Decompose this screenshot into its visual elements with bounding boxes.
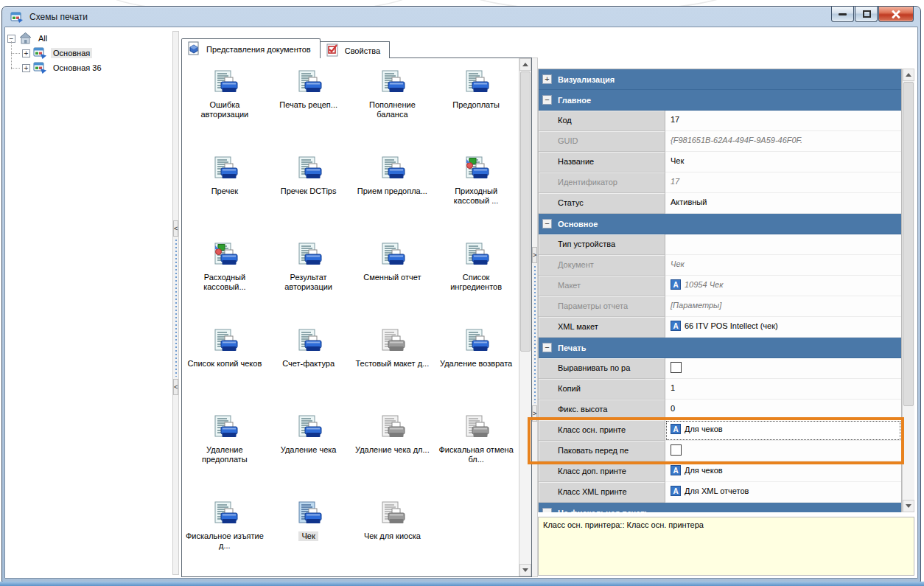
document-item[interactable]: Фискальная отмена бл... bbox=[434, 408, 518, 495]
document-item[interactable]: Расходный кассовый... bbox=[183, 236, 267, 322]
collapse-left-icon[interactable]: < bbox=[173, 379, 178, 395]
section-expander-icon[interactable]: − bbox=[542, 219, 552, 229]
document-item[interactable]: Прием предопла... bbox=[351, 150, 435, 236]
tree-root[interactable]: − All bbox=[7, 31, 171, 46]
property-row[interactable]: Название Чек bbox=[539, 152, 901, 172]
document-item[interactable]: Фискальное изъятие д... bbox=[183, 495, 267, 576]
scheme-tree: − All + Основная + Основная 36 bbox=[7, 31, 171, 573]
property-value[interactable]: A Для чеков bbox=[665, 461, 901, 482]
scroll-down-icon[interactable] bbox=[903, 500, 914, 512]
icon-panel-scrollbar[interactable] bbox=[519, 58, 531, 576]
document-item[interactable]: Приходный кассовый ... bbox=[434, 150, 518, 236]
document-item[interactable]: Чек для киоска bbox=[351, 495, 435, 576]
tree-item-label[interactable]: Основная bbox=[51, 48, 92, 58]
document-item[interactable]: Удаление чека bbox=[267, 408, 351, 495]
property-value[interactable] bbox=[665, 234, 901, 255]
tree-root-label[interactable]: All bbox=[36, 33, 49, 43]
properties-scrollbar[interactable] bbox=[902, 69, 914, 512]
property-value[interactable]: A Для чеков bbox=[665, 420, 901, 441]
section-expander-icon[interactable]: − bbox=[542, 508, 552, 512]
property-value[interactable]: 17 bbox=[665, 172, 901, 193]
titlebar[interactable]: Схемы печати bbox=[4, 7, 918, 27]
left-splitter[interactable]: < < bbox=[172, 31, 179, 575]
tab-document-views[interactable]: Представления документов bbox=[181, 38, 321, 58]
property-section-header[interactable]: − Главное bbox=[539, 90, 901, 111]
tree-item[interactable]: + Основная 36 bbox=[22, 60, 171, 75]
document-item[interactable]: Ошибка авторизации bbox=[183, 63, 267, 150]
document-item[interactable]: Удаление предоплаты bbox=[183, 408, 267, 495]
collapse-left-icon[interactable]: < bbox=[173, 220, 178, 237]
property-value[interactable]: A 66 ITV POS Intellect (чек) bbox=[665, 317, 901, 338]
property-value[interactable]: Чек bbox=[665, 255, 901, 276]
tab-label: Представления документов bbox=[206, 44, 311, 54]
section-expander-icon[interactable]: − bbox=[542, 343, 552, 352]
scrollbar-thumb[interactable] bbox=[903, 82, 914, 406]
property-row[interactable]: Идентификатор 17 bbox=[539, 172, 901, 193]
property-value[interactable]: [Параметры] bbox=[665, 296, 901, 317]
value-checkbox[interactable] bbox=[671, 444, 682, 456]
property-value-text: Чек bbox=[671, 259, 685, 275]
property-row[interactable]: Статус Активный bbox=[539, 193, 901, 214]
property-value[interactable]: A Для XML отчетов bbox=[665, 482, 901, 503]
document-item[interactable]: Результат авторизации bbox=[267, 236, 351, 322]
maximize-button[interactable] bbox=[855, 7, 878, 22]
property-section-header[interactable]: − Не фискальная печать bbox=[539, 503, 901, 512]
minimize-button[interactable] bbox=[831, 7, 854, 22]
document-item[interactable]: Пречек DCTips bbox=[267, 150, 351, 236]
scroll-up-icon[interactable] bbox=[519, 58, 531, 71]
close-button[interactable] bbox=[878, 7, 914, 22]
tree-expander-icon[interactable]: + bbox=[22, 49, 30, 57]
document-item[interactable]: Удаление возврата bbox=[434, 322, 518, 408]
property-value[interactable]: Чек bbox=[665, 152, 901, 172]
section-expander-icon[interactable]: − bbox=[542, 95, 552, 105]
property-value[interactable] bbox=[665, 358, 901, 379]
document-item[interactable]: Удаление чека дл... bbox=[351, 408, 435, 495]
tree-expander-icon[interactable]: + bbox=[22, 64, 30, 72]
scroll-down-icon[interactable] bbox=[519, 564, 531, 576]
document-item[interactable]: Чек bbox=[267, 495, 351, 576]
document-item[interactable]: Предоплаты bbox=[434, 63, 518, 150]
property-row[interactable]: Класс осн. принте A Для чеков bbox=[539, 420, 901, 441]
property-value[interactable]: A 10954 Чек bbox=[665, 276, 901, 296]
document-item[interactable]: Пречек bbox=[183, 150, 267, 236]
property-row[interactable]: Документ Чек bbox=[539, 255, 901, 276]
document-item[interactable]: Печать рецеп... bbox=[267, 63, 351, 150]
property-row[interactable]: Класс XML принте A Для XML отчетов bbox=[539, 482, 901, 503]
property-row[interactable]: Паковать перед пе bbox=[539, 441, 901, 461]
property-name: Фикс. высота bbox=[539, 400, 665, 420]
property-value[interactable]: {F981651B-62A4-494F-9A59-46F0F. bbox=[665, 131, 901, 152]
property-row[interactable]: Фикс. высота 0 bbox=[539, 400, 901, 420]
property-row[interactable]: GUID {F981651B-62A4-494F-9A59-46F0F. bbox=[539, 131, 901, 152]
property-row[interactable]: Тип устройства bbox=[539, 234, 901, 255]
scrollbar-thumb[interactable] bbox=[520, 71, 531, 352]
document-item[interactable]: Список копий чеков bbox=[183, 322, 267, 408]
property-value[interactable]: 17 bbox=[665, 111, 901, 131]
document-item[interactable]: Тестовый макет д... bbox=[351, 322, 435, 408]
property-section-header[interactable]: − Основное bbox=[539, 214, 901, 234]
property-row[interactable]: XML макет A 66 ITV POS Intellect (чек) bbox=[539, 317, 901, 338]
property-value[interactable]: 1 bbox=[665, 379, 901, 400]
document-item[interactable]: Пополнение баланса bbox=[351, 63, 435, 150]
property-row[interactable]: Параметры отчета [Параметры] bbox=[539, 296, 901, 317]
section-expander-icon[interactable]: + bbox=[542, 74, 552, 84]
property-row[interactable]: Копий 1 bbox=[539, 379, 901, 400]
property-row[interactable]: Класс доп. принте A Для чеков bbox=[539, 461, 901, 482]
document-item-label: Чек bbox=[298, 531, 318, 541]
document-printer-icon bbox=[211, 243, 239, 271]
document-item[interactable]: Счет-фактура bbox=[267, 322, 351, 408]
property-row[interactable]: Код 17 bbox=[539, 111, 901, 131]
property-section-header[interactable]: + Визуализация bbox=[539, 69, 901, 90]
property-value[interactable]: 0 bbox=[665, 400, 901, 420]
property-value[interactable]: Активный bbox=[665, 193, 901, 214]
document-item[interactable]: Сменный отчет bbox=[351, 236, 435, 322]
tree-item[interactable]: + Основная bbox=[22, 46, 171, 60]
property-row[interactable]: Выравнивать по ра bbox=[539, 358, 901, 379]
document-item[interactable]: Список ингредиентов bbox=[434, 236, 518, 322]
property-section-header[interactable]: − Печать bbox=[539, 338, 901, 358]
tab-properties[interactable]: Свойства bbox=[321, 41, 390, 58]
property-row[interactable]: Макет A 10954 Чек bbox=[539, 276, 901, 296]
property-value[interactable] bbox=[665, 441, 901, 461]
tree-item-label[interactable]: Основная 36 bbox=[51, 63, 104, 73]
value-checkbox[interactable] bbox=[671, 362, 682, 373]
scroll-up-icon[interactable] bbox=[903, 69, 914, 81]
